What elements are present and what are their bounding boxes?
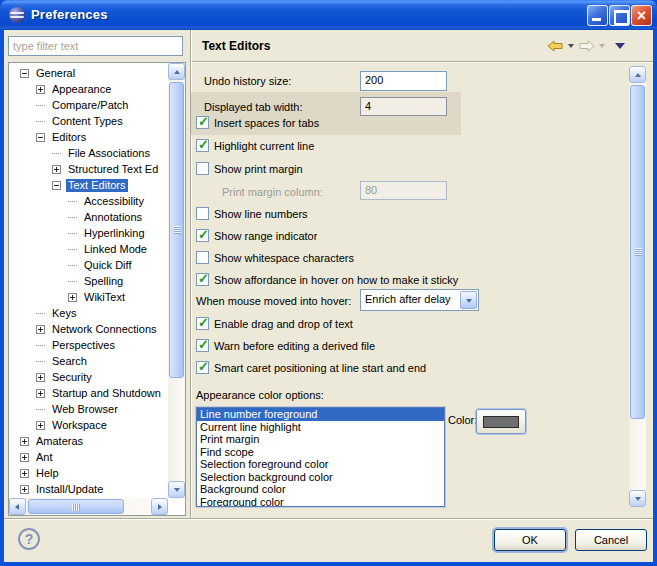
- checkbox-icon[interactable]: [196, 317, 209, 330]
- color-option-line-number-foreground[interactable]: Line number foreground: [197, 408, 444, 421]
- color-option-print-margin[interactable]: Print margin: [197, 433, 444, 446]
- checkbox-icon[interactable]: [196, 251, 209, 264]
- tree-item-startup-and-shutdown[interactable]: Startup and Shutdown: [10, 385, 167, 401]
- checkbox-show-range-indicator[interactable]: Show range indicator: [196, 228, 317, 243]
- color-option-current-line-highlight[interactable]: Current line highlight: [197, 421, 444, 434]
- tree-item-structured-text-ed[interactable]: Structured Text Ed: [10, 161, 167, 177]
- content-vscroll-thumb[interactable]: [630, 85, 645, 419]
- checkbox-enable-drag-and-drop-of-text[interactable]: Enable drag and drop of text: [196, 316, 353, 331]
- tree-item-help[interactable]: Help: [10, 465, 167, 481]
- tree-item-annotations[interactable]: Annotations: [10, 209, 167, 225]
- tree-item-compare-patch[interactable]: Compare/Patch: [10, 97, 167, 113]
- titlebar[interactable]: Preferences: [0, 0, 657, 30]
- minimize-button[interactable]: [587, 5, 608, 26]
- tree-scroll-left-button[interactable]: [9, 498, 26, 515]
- tree-item-keys[interactable]: Keys: [10, 305, 167, 321]
- expand-icon[interactable]: [36, 421, 45, 430]
- tree-item-wikitext[interactable]: WikiText: [10, 289, 167, 305]
- tree-item-hyperlinking[interactable]: Hyperlinking: [10, 225, 167, 241]
- collapse-icon[interactable]: [20, 69, 29, 78]
- expand-icon[interactable]: [20, 453, 29, 462]
- color-option-selection-foreground-color[interactable]: Selection foreground color: [197, 458, 444, 471]
- color-picker-button[interactable]: [476, 409, 526, 434]
- tree-item-spelling[interactable]: Spelling: [10, 273, 167, 289]
- tree-vertical-scrollbar[interactable]: [168, 63, 185, 498]
- dropdown-arrow-button[interactable]: [460, 291, 477, 309]
- expand-icon[interactable]: [36, 373, 45, 382]
- tree-item-appearance[interactable]: Appearance: [10, 81, 167, 97]
- checkbox-icon[interactable]: [196, 229, 209, 242]
- tab-width-field[interactable]: 4: [360, 97, 447, 116]
- tree-item-content-types[interactable]: Content Types: [10, 113, 167, 129]
- tree-item-amateras[interactable]: Amateras: [10, 433, 167, 449]
- filter-input[interactable]: [8, 36, 183, 56]
- expand-icon[interactable]: [20, 437, 29, 446]
- content-scroll-up-button[interactable]: [629, 66, 646, 83]
- tree-item-ant[interactable]: Ant: [10, 449, 167, 465]
- tree-item-network-connections[interactable]: Network Connections: [10, 321, 167, 337]
- tree-item-quick-diff[interactable]: Quick Diff: [10, 257, 167, 273]
- tree-scroll-right-button[interactable]: [151, 498, 168, 515]
- checkbox-icon[interactable]: [196, 273, 209, 286]
- color-option-foreground-color[interactable]: Foreground color: [197, 496, 444, 508]
- checkbox-show-line-numbers[interactable]: Show line numbers: [196, 206, 308, 221]
- view-menu-icon[interactable]: [615, 43, 625, 49]
- checkbox-smart-caret-positioning-at-line-start-and-end[interactable]: Smart caret positioning at line start an…: [196, 360, 426, 375]
- expand-icon[interactable]: [20, 469, 29, 478]
- expand-icon[interactable]: [36, 85, 45, 94]
- cancel-button[interactable]: Cancel: [575, 529, 647, 551]
- tree-item-text-editors[interactable]: Text Editors: [10, 177, 167, 193]
- content-scroll-down-button[interactable]: [629, 490, 646, 507]
- expand-icon[interactable]: [52, 165, 61, 174]
- tree-hscroll-thumb[interactable]: [28, 499, 124, 514]
- checkbox-show-whitespace-characters[interactable]: Show whitespace characters: [196, 250, 354, 265]
- back-arrow-icon[interactable]: [547, 40, 564, 52]
- checkbox-icon[interactable]: [196, 339, 209, 352]
- tree-item-workspace[interactable]: Workspace: [10, 417, 167, 433]
- expand-icon[interactable]: [20, 485, 29, 494]
- appearance-color-list[interactable]: Line number foregroundCurrent line highl…: [196, 407, 445, 507]
- checkbox-show-print-margin[interactable]: Show print margin: [196, 161, 303, 176]
- tree-scroll-up-button[interactable]: [168, 63, 185, 80]
- checkbox-icon[interactable]: [196, 207, 209, 220]
- color-option-selection-background-color[interactable]: Selection background color: [197, 471, 444, 484]
- checkbox-icon[interactable]: [196, 139, 209, 152]
- tree-item-search[interactable]: Search: [10, 353, 167, 369]
- tree-item-perspectives[interactable]: Perspectives: [10, 337, 167, 353]
- expand-icon[interactable]: [36, 325, 45, 334]
- checkbox-highlight-current-line[interactable]: Highlight current line: [196, 138, 314, 153]
- color-option-background-color[interactable]: Background color: [197, 483, 444, 496]
- expand-icon[interactable]: [36, 389, 45, 398]
- checkbox-icon[interactable]: [196, 162, 209, 175]
- tree-item-editors[interactable]: Editors: [10, 129, 167, 145]
- tree-item-install-update[interactable]: Install/Update: [10, 481, 167, 497]
- back-history-dropdown-icon[interactable]: [568, 44, 574, 48]
- close-button[interactable]: [631, 5, 652, 26]
- tree-vscroll-thumb[interactable]: [169, 82, 184, 378]
- tree-item-accessibility[interactable]: Accessibility: [10, 193, 167, 209]
- checkbox-icon[interactable]: [196, 116, 209, 129]
- hover-mode-dropdown[interactable]: Enrich after delay: [360, 289, 479, 311]
- undo-history-field[interactable]: 200: [360, 71, 447, 91]
- collapse-icon[interactable]: [36, 133, 45, 142]
- tree-item-general[interactable]: General: [10, 65, 167, 81]
- checkbox-show-affordance-in-hover-on-how-to-make-it-sticky[interactable]: Show affordance in hover on how to make …: [196, 272, 458, 287]
- maximize-button[interactable]: [609, 5, 630, 26]
- checkbox-icon[interactable]: [196, 361, 209, 374]
- tree-item-security[interactable]: Security: [10, 369, 167, 385]
- color-option-find-scope[interactable]: Find scope: [197, 446, 444, 459]
- tree-item-web-browser[interactable]: Web Browser: [10, 401, 167, 417]
- tree-horizontal-scrollbar[interactable]: [9, 498, 168, 515]
- tree-item-file-associations[interactable]: File Associations: [10, 145, 167, 161]
- checkbox-insert-spaces-for-tabs[interactable]: Insert spaces for tabs: [196, 115, 319, 130]
- forward-arrow-icon[interactable]: [578, 40, 595, 52]
- collapse-icon[interactable]: [52, 181, 61, 190]
- forward-history-dropdown-icon[interactable]: [599, 44, 605, 48]
- expand-icon[interactable]: [68, 293, 77, 302]
- tree-scroll-down-button[interactable]: [168, 481, 185, 498]
- content-vertical-scrollbar[interactable]: [629, 66, 646, 507]
- help-button[interactable]: ?: [18, 528, 40, 550]
- tree-item-linked-mode[interactable]: Linked Mode: [10, 241, 167, 257]
- checkbox-warn-before-editing-a-derived-file[interactable]: Warn before editing a derived file: [196, 338, 375, 353]
- ok-button[interactable]: OK: [494, 529, 566, 551]
